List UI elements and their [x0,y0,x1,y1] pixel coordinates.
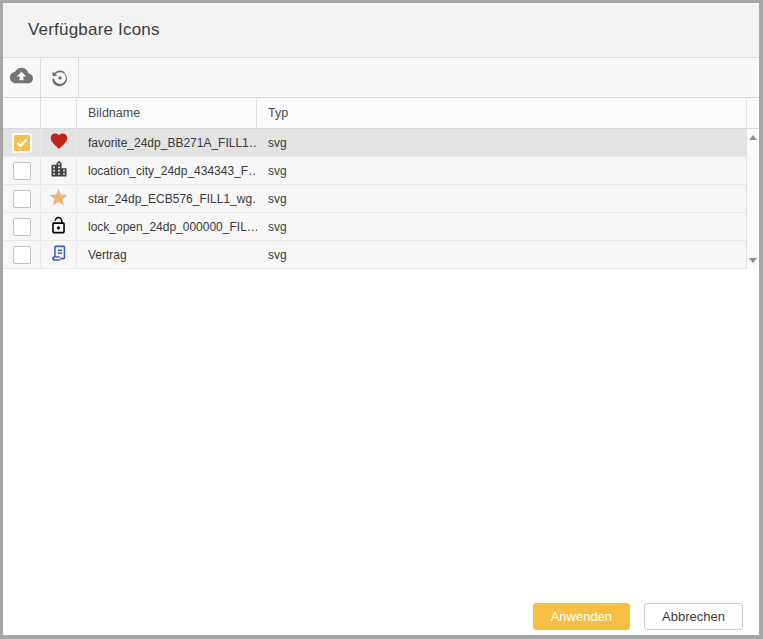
bildname-cell: Vertrag [77,241,257,268]
heart-icon [49,131,69,154]
scrollbar-header-cap [746,98,759,128]
table-header: Bildname Typ [3,98,759,129]
column-header-icon [41,98,77,128]
upload-button[interactable] [3,58,41,97]
restore-button[interactable] [41,58,79,97]
restore-icon [45,63,73,91]
available-icons-dialog: Verfügbare Icons Bildname Typ [0,0,763,639]
bildname-cell: lock_open_24dp_000000_FIL… [77,213,257,240]
bildname-cell: location_city_24dp_434343_F… [77,157,257,184]
scroll-down-icon[interactable] [749,258,757,263]
typ-cell: svg [257,213,746,240]
dialog-footer: Anwenden Abbrechen [533,603,743,630]
column-header-bildname[interactable]: Bildname [77,98,257,128]
row-checkbox[interactable] [13,190,31,208]
contract-icon [49,244,68,266]
bildname-cell: favorite_24dp_BB271A_FILL1… [77,129,257,156]
table-row[interactable]: location_city_24dp_434343_F… svg [3,157,746,185]
dialog-title: Verfügbare Icons [28,20,160,40]
toolbar [3,58,759,98]
row-checkbox[interactable] [12,133,32,153]
typ-cell: svg [257,241,746,268]
cancel-button[interactable]: Abbrechen [644,603,743,630]
scroll-up-icon[interactable] [749,135,757,140]
checkmark-icon [16,138,28,148]
bildname-cell: star_24dp_ECB576_FILL1_wg… [77,185,257,212]
city-building-icon [49,159,69,182]
table-row[interactable]: Vertrag svg [3,241,746,269]
table-row[interactable]: star_24dp_ECB576_FILL1_wg… svg [3,185,746,213]
typ-cell: svg [257,185,746,212]
typ-cell: svg [257,129,746,156]
table-scrollbar[interactable] [746,129,759,269]
table-row[interactable]: favorite_24dp_BB271A_FILL1… svg [3,129,746,157]
row-checkbox[interactable] [13,246,31,264]
cloud-upload-icon [10,64,33,91]
table-row[interactable]: lock_open_24dp_000000_FIL… svg [3,213,746,241]
lock-open-icon [49,216,68,238]
row-checkbox[interactable] [13,162,31,180]
apply-button[interactable]: Anwenden [533,603,630,630]
column-header-typ[interactable]: Typ [257,98,746,128]
table-body: favorite_24dp_BB271A_FILL1… svg location… [3,129,759,269]
table-rows: favorite_24dp_BB271A_FILL1… svg location… [3,129,746,269]
dialog-titlebar: Verfügbare Icons [3,3,759,58]
typ-cell: svg [257,157,746,184]
row-checkbox[interactable] [13,218,31,236]
star-icon [48,187,69,211]
column-header-checkbox [3,98,41,128]
